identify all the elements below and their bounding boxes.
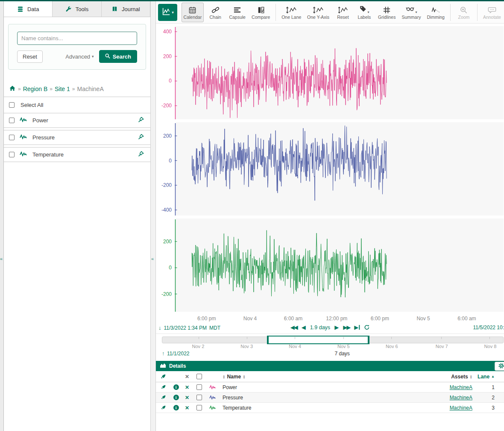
step-back-full-button[interactable]: ◀◀: [290, 324, 297, 331]
rocket-icon[interactable]: [156, 374, 170, 380]
y-axis-power[interactable]: 4002000-200: [156, 26, 175, 119]
details-select-all-checkbox[interactable]: [196, 374, 202, 379]
info-icon[interactable]: i: [173, 395, 179, 400]
list-item-pressure[interactable]: Pressure: [4, 130, 150, 145]
trend-plot-temperature[interactable]: [175, 218, 504, 312]
investigate-start-date[interactable]: 11/1/2022: [167, 351, 190, 357]
tab-data[interactable]: Data: [4, 1, 53, 17]
left-collapse-handle[interactable]: «: [0, 1, 4, 431]
tab-tools[interactable]: Tools: [53, 1, 101, 17]
select-all-checkbox[interactable]: [9, 102, 15, 108]
toolbar-one-y-axis-button[interactable]: One Y-Axis: [305, 3, 331, 22]
rocket-icon[interactable]: [156, 405, 170, 410]
timeline-selection[interactable]: [268, 336, 368, 344]
toolbar-labels-button[interactable]: ▾ Labels: [355, 3, 374, 22]
toolbar-summary-button[interactable]: ▾ Summary: [399, 3, 423, 22]
pin-icon[interactable]: [138, 151, 144, 159]
toolbar-annotate-button[interactable]: Annotate: [481, 3, 503, 22]
sort-icon[interactable]: ▲▼: [243, 375, 245, 379]
selection-left-handle[interactable]: [267, 336, 269, 344]
refresh-icon[interactable]: [364, 325, 369, 330]
info-icon[interactable]: i: [173, 384, 179, 390]
toolbar-reset-button[interactable]: Reset: [333, 3, 353, 22]
sort-ascending-icon[interactable]: ▲: [491, 375, 495, 378]
pin-icon[interactable]: [138, 133, 144, 142]
x-axis[interactable]: 6:00 pmNov 46:00 am12:00 pm6:00 pmNov 56…: [175, 315, 504, 323]
table-row-pressure[interactable]: i ✕ Pressure MachineA 2: [156, 393, 504, 403]
y-axis-temperature[interactable]: 2000-200: [156, 218, 175, 312]
breadcrumb-link-region[interactable]: Region B: [23, 86, 48, 92]
search-input[interactable]: [17, 32, 137, 45]
chevron-down-icon: ▾: [172, 10, 174, 15]
toolbar-dimming-button[interactable]: Dimming: [425, 3, 447, 22]
tab-journal[interactable]: Journal: [102, 1, 150, 17]
area-chart-icon: [160, 363, 166, 369]
asset-link[interactable]: MachineA: [450, 384, 472, 390]
search-button[interactable]: Search: [99, 50, 137, 63]
rocket-icon[interactable]: [156, 395, 170, 400]
list-item-label: Pressure: [32, 134, 55, 141]
sidebar-collapse-handle[interactable]: «: [150, 1, 156, 431]
column-name-header[interactable]: Name: [227, 374, 241, 380]
details-settings-button[interactable]: [495, 362, 504, 371]
y-tick-label: 0: [169, 157, 172, 164]
step-forward-half-button[interactable]: ▶: [334, 324, 339, 331]
toolbar-capsule-button[interactable]: Capsule: [227, 3, 248, 22]
row-checkbox[interactable]: [196, 395, 202, 400]
asset-link[interactable]: MachineA: [450, 395, 472, 401]
step-to-end-button[interactable]: ▶: [354, 324, 360, 331]
collapse-sidebar-icon: «: [151, 256, 154, 261]
remove-icon[interactable]: ✕: [185, 405, 189, 411]
chevron-down-icon: ▾: [92, 54, 94, 59]
temperature-checkbox[interactable]: [9, 152, 15, 157]
toolbar-compare-button[interactable]: Compare: [249, 3, 272, 22]
step-forward-full-button[interactable]: ▶▶: [343, 324, 350, 331]
pin-icon[interactable]: [138, 116, 144, 125]
range-timezone[interactable]: MDT: [209, 325, 220, 331]
toolbar-chain-button[interactable]: Chain: [205, 3, 225, 22]
y-tick-label: 200: [163, 53, 172, 60]
range-duration[interactable]: 1.9 days: [310, 325, 330, 331]
column-lane-header[interactable]: Lane: [478, 374, 489, 380]
row-name: Power: [223, 384, 237, 390]
remove-icon[interactable]: ✕: [185, 384, 189, 390]
toolbar-one-lane-button[interactable]: One Lane: [279, 3, 303, 22]
row-lane: 1: [492, 384, 495, 390]
column-assets-header[interactable]: Assets: [451, 374, 468, 380]
home-icon[interactable]: [9, 85, 16, 93]
rocket-icon[interactable]: [156, 384, 170, 390]
remove-icon[interactable]: ✕: [185, 395, 189, 401]
investigate-duration[interactable]: 7 days: [335, 351, 350, 357]
range-start[interactable]: 11/3/2022 1:34 PM: [164, 325, 207, 331]
asset-link[interactable]: MachineA: [450, 405, 472, 411]
toolbar-calendar-button[interactable]: Calendar: [182, 3, 204, 22]
list-item-power[interactable]: Power: [4, 113, 150, 128]
pressure-checkbox[interactable]: [9, 135, 15, 140]
row-checkbox[interactable]: [196, 384, 202, 390]
trend-plot-power[interactable]: [175, 26, 504, 119]
power-checkbox[interactable]: [9, 118, 15, 123]
reset-button[interactable]: Reset: [17, 50, 43, 63]
remove-all-icon[interactable]: ✕: [185, 374, 189, 380]
toolbar-gridlines-button[interactable]: Gridlines: [376, 3, 398, 22]
advanced-toggle[interactable]: Advanced▾: [65, 53, 94, 60]
timeline-tick-mark: [295, 337, 295, 339]
list-item-temperature[interactable]: Temperature: [4, 147, 150, 162]
step-back-half-button[interactable]: ◀: [302, 324, 306, 331]
sort-icon[interactable]: ▲▼: [470, 375, 472, 379]
trend-view-dropdown[interactable]: ▾: [158, 4, 177, 21]
toolbar-zoom-button[interactable]: Zoom: [454, 3, 474, 22]
breadcrumb-link-site[interactable]: Site 1: [55, 86, 70, 92]
y-axis-pressure[interactable]: 2000-200-400: [156, 122, 175, 216]
trend-plot-pressure[interactable]: [175, 122, 504, 216]
row-checkbox[interactable]: [196, 405, 202, 410]
table-row-temperature[interactable]: i ✕ Temperature MachineA 3: [156, 403, 504, 413]
info-icon[interactable]: i: [173, 405, 179, 410]
timeline-track[interactable]: [162, 337, 504, 343]
trend-lane-power: 4002000-200: [156, 26, 504, 119]
selection-right-handle[interactable]: [368, 336, 369, 344]
sort-icon[interactable]: ▲▼: [223, 375, 225, 379]
table-row-power[interactable]: i ✕ Power MachineA 1: [156, 382, 504, 393]
range-end[interactable]: 11/5/2022 10:: [473, 325, 504, 331]
chart-toolbar: ▾ Calendar Chain Capsule Compare: [156, 1, 504, 24]
